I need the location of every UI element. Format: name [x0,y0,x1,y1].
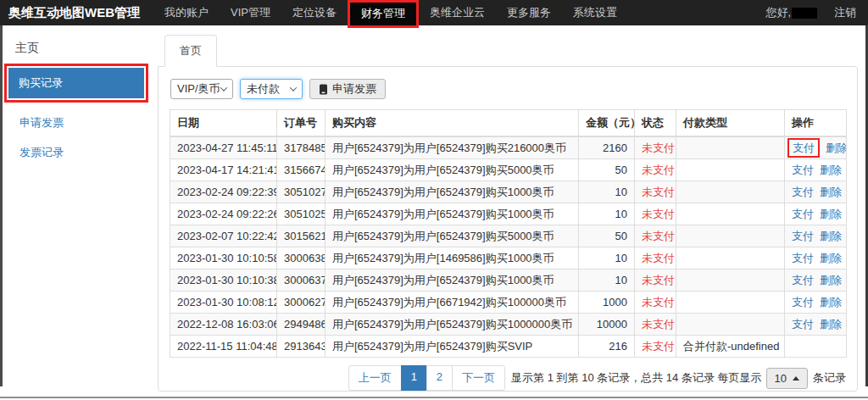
category-select[interactable]: VIP/奥币 [170,79,233,99]
cell-order: 3051025 [277,203,326,225]
page-2-button[interactable]: 2 [426,365,453,391]
table-row: 2023-01-30 10:10:38 3000637 用户[6524379]为… [170,269,847,292]
col-date: 日期 [170,110,277,137]
cell-amount: 10 [579,203,635,225]
cell-amount: 10 [579,247,635,269]
window-edge-bottom [0,397,868,398]
delete-link[interactable]: 删除 [820,252,842,264]
cell-status: 未支付 [635,181,676,203]
delete-link[interactable]: 删除 [820,164,842,176]
delete-link[interactable]: 删除 [820,318,842,331]
sidebar-item-invoice-records[interactable]: 发票记录 [19,145,157,160]
cell-order: 2949486 [277,314,326,336]
cell-status: 未支付 [635,292,676,314]
cell-paytype [676,247,785,269]
cell-paytype [676,136,785,159]
col-order: 订单号 [277,110,326,137]
nav-item-settings[interactable]: 系统设置 [562,0,628,25]
pay-link[interactable]: 支付 [792,252,814,264]
cell-date: 2023-04-17 14:21:41 [170,159,277,181]
sidebar: 主页 购买记录 申请发票 发票记录 [3,25,157,160]
cell-date: 2023-01-30 10:10:58 [170,247,277,269]
pay-link[interactable]: 支付 [792,208,814,220]
cell-status: 未支付 [635,203,676,225]
logout-link[interactable]: 注销 [834,5,856,20]
cell-content: 用户[6524379]为用户[6524379]购买1000奥币 [326,181,579,203]
pay-link[interactable]: 支付 [792,164,814,176]
cell-date: 2023-01-30 10:08:12 [170,292,277,314]
cell-actions: 支付删除 [785,181,847,203]
table-row: 2023-02-24 09:22:39 3051027 用户[6524379]为… [170,181,847,203]
delete-link[interactable]: 删除 [826,142,847,154]
pay-link[interactable]: 支付 [792,274,814,286]
cell-order: 3000637 [277,269,326,292]
cell-date: 2023-04-27 11:45:11 [170,136,277,159]
nav-item-finance[interactable]: 财务管理 [348,0,419,28]
pay-link[interactable]: 支付 [792,230,814,242]
cell-order: 3051027 [277,181,326,203]
cell-date: 2023-02-24 09:22:26 [170,203,277,225]
tab-home[interactable]: 首页 [164,35,217,67]
nav-menu: 我的账户 VIP管理 定位设备 财务管理 奥维企业云 更多服务 系统设置 [153,0,628,25]
cell-actions: 支付删除 [785,203,847,225]
table-row: 2023-01-30 10:08:12 3000627 用户[6524379]为… [170,292,847,314]
cell-amount: 216 [579,336,635,358]
cell-paytype [676,159,785,181]
prev-page-button[interactable]: 上一页 [348,365,402,391]
pay-link[interactable]: 支付 [792,296,814,308]
cell-content: 用户[6524379]为用户[1469586]购买1000奥币 [326,247,579,269]
pay-link[interactable]: 支付 [792,186,814,198]
app-brand[interactable]: 奥维互动地图WEB管理 [0,0,148,25]
cell-actions [785,336,847,358]
page-size-select[interactable]: 10 [766,368,808,389]
navbar-right: 您好, 注销 [765,0,868,25]
next-page-button[interactable]: 下一页 [452,365,505,391]
cell-content: 用户[6524379]为用户[6524379]购买5000奥币 [326,225,579,247]
table-row: 2023-02-07 10:22:42 3015621 用户[6524379]为… [170,225,847,247]
nav-item-more[interactable]: 更多服务 [496,0,562,25]
cell-status: 未支付 [635,336,676,358]
sidebar-header: 主页 [15,41,157,56]
col-amount: 金额（元） [579,110,635,137]
cell-status: 未支付 [635,159,676,181]
table-row: 2023-01-30 10:10:58 3000638 用户[6524379]为… [170,247,847,269]
cell-content: 用户[6524379]为用户[6524379]购买1000000奥币 [326,314,579,336]
sidebar-item-purchase-records[interactable]: 购买记录 [8,68,144,98]
cell-actions: 支付删除 [785,136,847,159]
status-select[interactable]: 未付款 [240,79,303,99]
delete-link[interactable]: 删除 [820,208,842,220]
nav-item-enterprise[interactable]: 奥维企业云 [419,0,496,25]
cell-amount: 10 [579,269,635,292]
delete-link[interactable]: 删除 [820,296,842,308]
cell-content: 用户[6524379]为用户[6524379]购买1000奥币 [326,269,579,292]
cell-paytype [676,292,785,314]
nav-item-devices[interactable]: 定位设备 [281,0,348,25]
page-1-button[interactable]: 1 [401,365,427,391]
sidebar-item-request-invoice[interactable]: 申请发票 [19,115,157,131]
pagination-row: 上一页 1 2 下一页 显示第 1 到第 10 条记录，总共 14 条记录 每页… [170,365,846,391]
nav-item-vip[interactable]: VIP管理 [220,0,281,25]
category-select-value: VIP/奥币 [177,81,220,97]
purchase-records-table: 日期 订单号 购买内容 金额（元） 状态 付款类型 操作 2023-04-27 … [170,109,847,358]
request-invoice-button[interactable]: 申请发票 [309,79,386,99]
cell-actions: 支付删除 [785,292,847,314]
delete-link[interactable]: 删除 [820,274,842,286]
cell-amount: 2160 [579,136,635,159]
cell-order: 3178485 [277,136,326,159]
pay-link[interactable]: 支付 [792,318,814,331]
invoice-icon [319,84,328,95]
request-invoice-label: 申请发票 [332,81,376,97]
pay-link[interactable]: 支付 [793,142,815,154]
filter-row: VIP/奥币 未付款 申请发票 [170,79,846,99]
delete-link[interactable]: 删除 [820,230,842,242]
cell-date: 2023-02-24 09:22:39 [170,181,277,203]
annotation-box-pay: 支付 [787,138,820,158]
cell-date: 2022-11-15 11:04:48 [170,336,277,358]
delete-link[interactable]: 删除 [820,186,842,198]
nav-item-my-account[interactable]: 我的账户 [153,0,220,25]
cell-status: 未支付 [635,247,676,269]
table-row: 2023-04-17 14:21:41 3156674 用户[6524379]为… [170,159,847,181]
pager: 上一页 1 2 下一页 [348,365,505,391]
annotation-box-purchase-records: 购买记录 [4,64,148,103]
cell-content: 用户[6524379]为用户[6524379]购买5000奥币 [326,159,579,181]
